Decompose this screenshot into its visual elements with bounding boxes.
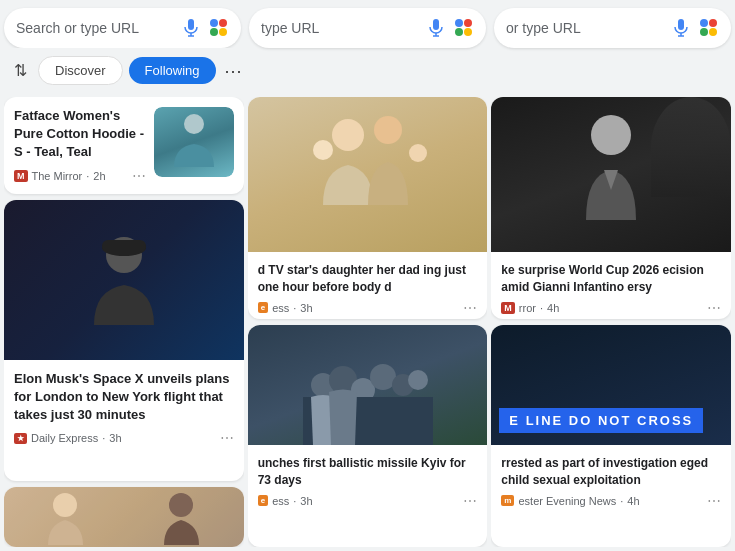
- card-1-col1[interactable]: Fatface Women's Pure Cotton Hoodie - S -…: [4, 97, 244, 194]
- card-2-col2-title: unches first ballistic missile Kyiv for …: [258, 455, 478, 489]
- ess-source-icon-col3: m: [501, 495, 514, 506]
- lens-icon-1[interactable]: [209, 18, 229, 38]
- svg-point-36: [408, 370, 428, 390]
- column-3: ke surprise World Cup 2026 ecision amid …: [491, 97, 731, 547]
- card-2-col3-title: rrested as part of investigation eged ch…: [501, 455, 721, 489]
- card-1-col3[interactable]: ke surprise World Cup 2026 ecision amid …: [491, 97, 731, 319]
- tab-discover[interactable]: Discover: [38, 56, 123, 85]
- search-bar-3-text: or type URL: [506, 20, 671, 36]
- card-1-col2-title: d TV star's daughter her dad ing just on…: [258, 262, 478, 296]
- card-1-col1-meta: M The Mirror · 2h ⋯: [14, 168, 146, 184]
- card-1-col1-text: Fatface Women's Pure Cotton Hoodie - S -…: [14, 107, 146, 184]
- card-1-col3-time: 4h: [547, 302, 559, 314]
- search-bar-2-icons: [426, 18, 474, 38]
- tabs-row: ⇅ Discover Following ⋯: [4, 48, 250, 89]
- lens-icon-3[interactable]: [699, 18, 719, 38]
- card-2-col1-time: 3h: [109, 432, 121, 444]
- svg-rect-14: [678, 19, 684, 30]
- svg-point-5: [210, 28, 218, 36]
- card-1-col3-source: M rror · 4h: [501, 302, 559, 314]
- card-2-col2-time: 3h: [300, 495, 312, 507]
- card-1-col3-dots[interactable]: ⋯: [707, 300, 721, 316]
- card-2-col1-dots[interactable]: ⋯: [220, 430, 234, 446]
- mic-icon-1[interactable]: [181, 18, 201, 38]
- svg-rect-0: [188, 19, 194, 30]
- sort-icon[interactable]: ⇅: [8, 59, 32, 83]
- svg-point-6: [219, 28, 227, 36]
- column-1: Fatface Women's Pure Cotton Hoodie - S -…: [4, 97, 244, 547]
- card-2-col1-source-name: Daily Express: [31, 432, 98, 444]
- content-area: Fatface Women's Pure Cotton Hoodie - S -…: [0, 89, 735, 551]
- card-1-col2-content: d TV star's daughter her dad ing just on…: [248, 252, 488, 319]
- card-1-col1-time: 2h: [93, 170, 105, 182]
- mic-icon-2[interactable]: [426, 18, 446, 38]
- svg-point-3: [210, 19, 218, 27]
- svg-point-18: [709, 19, 717, 27]
- svg-point-11: [464, 19, 472, 27]
- card-2-col2-dots[interactable]: ⋯: [463, 493, 477, 509]
- svg-point-26: [169, 493, 193, 517]
- card-1-col1-source-name: The Mirror: [32, 170, 83, 182]
- card-2-col3-img: E LINE DO NOT CROSS: [491, 325, 731, 445]
- search-bar-2-text: type URL: [261, 20, 426, 36]
- svg-rect-24: [102, 240, 146, 252]
- card-1-col3-content: ke surprise World Cup 2026 ecision amid …: [491, 252, 731, 319]
- card-2-col1-content: Elon Musk's Space X unveils plans for Lo…: [4, 360, 244, 457]
- card-3-col1[interactable]: [4, 487, 244, 547]
- tabs-dots-icon[interactable]: ⋯: [222, 59, 246, 83]
- svg-point-27: [332, 119, 364, 151]
- card-1-col2-time: 3h: [300, 302, 312, 314]
- card-2-col2-content: unches first ballistic missile Kyiv for …: [248, 445, 488, 519]
- card-2-col1-img: [4, 200, 244, 360]
- svg-point-17: [700, 19, 708, 27]
- card-2-col3-content: rrested as part of investigation eged ch…: [491, 445, 731, 519]
- svg-point-29: [313, 140, 333, 160]
- mic-icon-3[interactable]: [671, 18, 691, 38]
- search-bar-2[interactable]: type URL: [249, 8, 486, 48]
- svg-point-13: [464, 28, 472, 36]
- svg-point-38: [591, 115, 631, 155]
- card-1-col2-dots[interactable]: ⋯: [463, 300, 477, 316]
- svg-point-12: [455, 28, 463, 36]
- card-2-col3-dots[interactable]: ⋯: [707, 493, 721, 509]
- mirror-source-icon-col3: M: [501, 302, 515, 314]
- card-2-col1-meta: ★ Daily Express · 3h ⋯: [14, 430, 234, 446]
- card-1-col2-source: e ess · 3h: [258, 302, 313, 314]
- tab-following[interactable]: Following: [129, 57, 216, 84]
- card-1-col2-source-name: ess: [272, 302, 289, 314]
- svg-point-19: [700, 28, 708, 36]
- express-source-icon: ★: [14, 433, 27, 444]
- card-2-col3-time: 4h: [627, 495, 639, 507]
- svg-point-28: [374, 116, 402, 144]
- svg-point-21: [184, 114, 204, 134]
- search-bar-1[interactable]: Search or type URL: [4, 8, 241, 48]
- svg-point-20: [709, 28, 717, 36]
- card-2-col3[interactable]: E LINE DO NOT CROSS rrested as part of i…: [491, 325, 731, 547]
- svg-point-10: [455, 19, 463, 27]
- card-1-col1-source: M The Mirror · 2h: [14, 170, 106, 182]
- crime-scene-tape-text: E LINE DO NOT CROSS: [499, 408, 703, 433]
- card-1-col1-img: [154, 107, 234, 177]
- card-2-col1[interactable]: Elon Musk's Space X unveils plans for Lo…: [4, 200, 244, 481]
- card-2-col2[interactable]: unches first ballistic missile Kyiv for …: [248, 325, 488, 547]
- card-2-col2-meta: e ess · 3h ⋯: [258, 493, 478, 509]
- lens-icon-2[interactable]: [454, 18, 474, 38]
- search-bars-row: Search or type URL type U: [0, 0, 735, 48]
- ess-source-icon-2: e: [258, 495, 268, 506]
- svg-point-4: [219, 19, 227, 27]
- search-bar-3[interactable]: or type URL: [494, 8, 731, 48]
- card-1-col1-dots[interactable]: ⋯: [132, 168, 146, 184]
- card-1-col2[interactable]: d TV star's daughter her dad ing just on…: [248, 97, 488, 319]
- card-2-col2-img: [248, 325, 488, 445]
- card-2-col3-meta: m ester Evening News · 4h ⋯: [501, 493, 721, 509]
- card-2-col3-source-name: ester Evening News: [518, 495, 616, 507]
- card-1-col3-title: ke surprise World Cup 2026 ecision amid …: [501, 262, 721, 296]
- card-2-col2-source: e ess · 3h: [258, 495, 313, 507]
- search-bar-3-icons: [671, 18, 719, 38]
- search-bar-1-icons: [181, 18, 229, 38]
- column-2: d TV star's daughter her dad ing just on…: [248, 97, 488, 547]
- card-1-col1-row: Fatface Women's Pure Cotton Hoodie - S -…: [4, 97, 244, 194]
- card-2-col3-source: m ester Evening News · 4h: [501, 495, 639, 507]
- mirror-source-icon: M: [14, 170, 28, 182]
- card-1-col3-meta: M rror · 4h ⋯: [501, 300, 721, 316]
